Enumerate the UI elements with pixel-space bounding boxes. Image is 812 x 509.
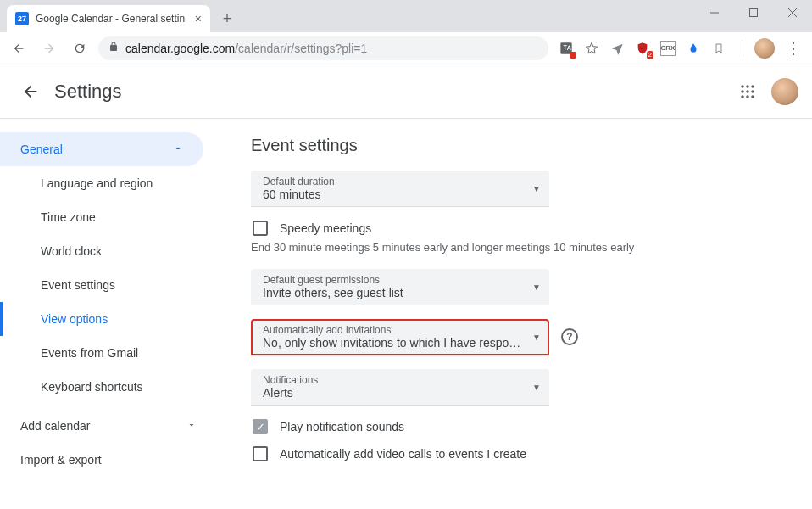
section-title: Event settings <box>251 136 778 155</box>
svg-point-13 <box>751 95 754 98</box>
minimize-icon[interactable] <box>695 0 734 25</box>
chrome-profile-avatar[interactable] <box>754 38 775 59</box>
address-bar[interactable]: calendar.google.com/calendar/r/settings?… <box>98 36 548 60</box>
sidebar-item-events-from-gmail[interactable]: Events from Gmail <box>0 336 217 370</box>
maximize-icon[interactable] <box>734 0 773 25</box>
translate-ext-icon[interactable] <box>559 41 574 56</box>
sidebar-item-label: Events from Gmail <box>41 346 138 360</box>
dropdown-arrow-icon: ▼ <box>532 184 541 193</box>
close-window-icon[interactable] <box>773 0 812 25</box>
select-value: Invite others, see guest list <box>263 286 526 299</box>
sidebar-add-calendar[interactable]: Add calendar <box>0 409 217 443</box>
extension-icons: 2 CRX <box>555 41 730 56</box>
select-label: Notifications <box>263 374 526 386</box>
sidebar-item-keyboard-shortcuts[interactable]: Keyboard shortcuts <box>0 370 217 404</box>
sidebar-item-event-settings[interactable]: Event settings <box>0 268 217 302</box>
select-value: 60 minutes <box>263 187 526 201</box>
speedy-helper-text: End 30 minute meetings 5 minutes early a… <box>251 241 778 254</box>
sidebar-item-label: Time zone <box>41 210 96 224</box>
guest-permissions-select[interactable]: Default guest permissions Invite others,… <box>251 269 549 305</box>
checkbox-label: Speedy meetings <box>280 221 371 235</box>
svg-point-11 <box>741 95 744 98</box>
tab-title: Google Calendar - General settin <box>36 13 188 25</box>
tab-close-icon[interactable]: × <box>195 12 202 25</box>
window-controls <box>695 0 812 25</box>
google-apps-icon[interactable] <box>731 75 765 109</box>
plane-ext-icon[interactable] <box>609 41 625 56</box>
sidebar-item-world-clock[interactable]: World clock <box>0 234 217 268</box>
crx-ext-icon[interactable]: CRX <box>660 41 676 56</box>
sidebar-item-label: View options <box>41 312 108 326</box>
back-icon[interactable] <box>7 36 31 60</box>
page-title: Settings <box>54 81 122 103</box>
settings-main: Event settings Default duration 60 minut… <box>217 119 812 509</box>
select-value: Alerts <box>263 386 526 400</box>
svg-point-6 <box>746 85 749 88</box>
sidebar-section-general[interactable]: General <box>0 132 203 166</box>
separator <box>742 40 742 57</box>
forward-icon[interactable] <box>37 36 61 60</box>
checkbox-icon <box>253 221 268 236</box>
svg-point-10 <box>751 90 754 93</box>
svg-point-7 <box>751 85 754 88</box>
ext-badge: 2 <box>647 51 653 59</box>
svg-point-9 <box>746 90 749 93</box>
checkbox-icon <box>253 419 268 434</box>
dropdown-arrow-icon: ▼ <box>532 383 541 392</box>
sidebar-item-label: Import & export <box>20 453 102 467</box>
speedy-meetings-checkbox[interactable]: Speedy meetings <box>251 221 778 236</box>
dropdown-arrow-icon: ▼ <box>532 333 541 342</box>
play-sounds-checkbox[interactable]: Play notification sounds <box>251 419 778 434</box>
auto-invitations-select[interactable]: Automatically add invitations No, only s… <box>251 319 549 355</box>
sidebar-import-export[interactable]: Import & export <box>0 443 217 477</box>
checkbox-label: Play notification sounds <box>280 420 404 433</box>
browser-toolbar: calendar.google.com/calendar/r/settings?… <box>0 32 812 64</box>
bookmark-ext-icon[interactable] <box>711 41 726 56</box>
settings-sidebar: General Language and regionTime zoneWorl… <box>0 119 217 509</box>
ublock-ext-icon[interactable]: 2 <box>635 41 650 56</box>
app-header: Settings <box>0 64 812 119</box>
select-label: Automatically add invitations <box>263 324 526 336</box>
sidebar-item-label: Event settings <box>41 278 115 292</box>
select-label: Default duration <box>263 176 526 187</box>
chevron-up-icon <box>173 143 183 156</box>
default-duration-select[interactable]: Default duration 60 minutes ▼ <box>251 171 549 207</box>
sidebar-item-language-and-region[interactable]: Language and region <box>0 166 217 200</box>
flame-ext-icon[interactable] <box>686 41 701 56</box>
sidebar-item-view-options[interactable]: View options <box>0 302 217 336</box>
auto-video-checkbox[interactable]: Automatically add video calls to events … <box>251 446 778 461</box>
notifications-select[interactable]: Notifications Alerts ▼ <box>251 369 549 406</box>
select-value: No, only show invitations to which I hav… <box>263 336 526 350</box>
chevron-down-icon <box>186 419 197 433</box>
checkbox-icon <box>253 446 268 461</box>
svg-rect-1 <box>750 9 758 17</box>
sidebar-section-label: General <box>20 143 63 156</box>
new-tab-button[interactable]: + <box>215 7 239 31</box>
svg-point-12 <box>746 95 749 98</box>
account-avatar[interactable] <box>771 78 798 105</box>
chrome-menu-icon[interactable]: ⋮ <box>781 36 805 60</box>
sidebar-item-time-zone[interactable]: Time zone <box>0 200 217 234</box>
settings-back-button[interactable] <box>14 75 47 109</box>
sidebar-item-label: Keyboard shortcuts <box>41 380 143 394</box>
svg-point-5 <box>741 85 744 88</box>
reload-icon[interactable] <box>68 36 92 60</box>
checkbox-label: Automatically add video calls to events … <box>280 447 526 461</box>
sidebar-item-label: Add calendar <box>20 419 91 433</box>
browser-tab[interactable]: 27 Google Calendar - General settin × <box>7 5 210 32</box>
calendar-favicon: 27 <box>15 12 29 25</box>
browser-tabstrip: 27 Google Calendar - General settin × + <box>0 0 812 32</box>
lock-icon <box>108 41 119 55</box>
help-icon[interactable]: ? <box>561 328 578 345</box>
sidebar-item-label: World clock <box>41 244 102 258</box>
svg-point-8 <box>741 90 744 93</box>
select-label: Default guest permissions <box>263 274 526 286</box>
dropdown-arrow-icon: ▼ <box>532 282 541 292</box>
star-icon[interactable] <box>584 41 599 56</box>
url-text: calendar.google.com/calendar/r/settings?… <box>125 42 367 55</box>
sidebar-item-label: Language and region <box>41 176 153 190</box>
